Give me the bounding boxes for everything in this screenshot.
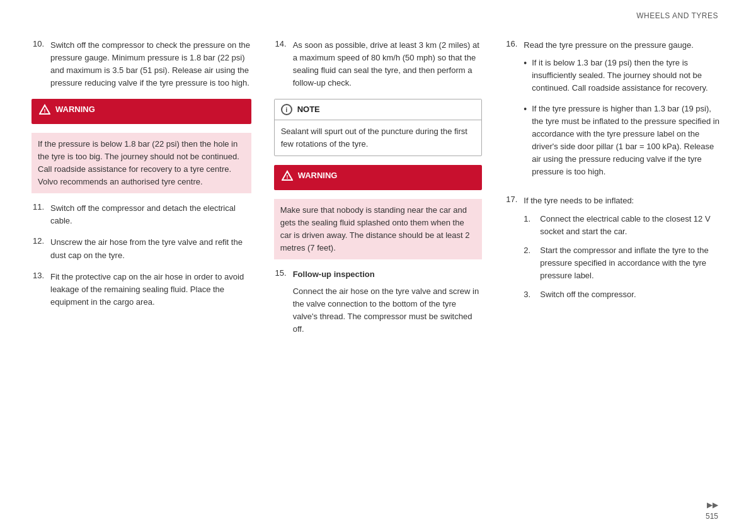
- page-header: WHEELS AND TYRES: [0, 0, 756, 26]
- sub-item-17-2: 2. Start the compressor and inflate the …: [524, 244, 724, 282]
- page-footer: ▶▶ 515: [706, 501, 718, 521]
- sub-item-17-3: 3. Switch off the compressor.: [524, 288, 724, 301]
- follow-up-body: Connect the air hose on the tyre valve a…: [293, 285, 483, 336]
- page-number: 515: [706, 512, 718, 521]
- warning-header-box-2: ! WARNING: [274, 165, 483, 190]
- warning-icon-1: !: [39, 104, 50, 115]
- item-text-16: Read the tyre pressure on the pressure g…: [524, 39, 724, 186]
- warning-body-2: Make sure that nobody is standing near t…: [274, 199, 483, 260]
- item-number-17: 17.: [505, 195, 520, 307]
- column-2: 14. As soon as possible, drive at least …: [263, 39, 494, 495]
- item-text-15: Follow-up inspection Connect the air hos…: [293, 268, 483, 336]
- bullet-item-16-1: • If it is below 1.3 bar (19 psi) then t…: [524, 57, 724, 94]
- sub-text-17-3: Switch off the compressor.: [540, 288, 636, 301]
- item-text-17: If the tyre needs to be inflated: 1. Con…: [524, 195, 724, 307]
- warning-header-box-1: ! WARNING: [32, 99, 251, 124]
- item-text-13: Fit the protective cap on the air hose i…: [50, 271, 251, 308]
- sub-number-17-2: 2.: [524, 244, 536, 282]
- follow-up-title: Follow-up inspection: [293, 269, 375, 279]
- bullet-text-16-2: If the tyre pressure is higher than 1.3 …: [532, 103, 724, 179]
- list-item-16: 16. Read the tyre pressure on the pressu…: [505, 39, 724, 186]
- sub-number-17-3: 3.: [524, 288, 536, 301]
- list-item-12: 12. Unscrew the air hose from the tyre v…: [32, 236, 251, 261]
- bullet-list-16: • If it is below 1.3 bar (19 psi) then t…: [524, 57, 724, 178]
- list-item-13: 13. Fit the protective cap on the air ho…: [32, 271, 251, 308]
- item-number-16: 16.: [505, 39, 520, 186]
- bullet-item-16-2: • If the tyre pressure is higher than 1.…: [524, 103, 724, 179]
- sub-text-17-2: Start the compressor and inflate the tyr…: [540, 244, 724, 282]
- item-text-11: Switch off the compressor and detach the…: [50, 202, 251, 227]
- bullet-dot-2: •: [524, 103, 527, 116]
- sub-number-17-1: 1.: [524, 213, 536, 238]
- item-number-13: 13.: [32, 271, 47, 308]
- svg-text:!: !: [44, 108, 46, 114]
- list-item-11: 11. Switch off the compressor and detach…: [32, 202, 251, 227]
- note-body-1: Sealant will spurt out of the puncture d…: [275, 120, 482, 156]
- sub-item-17-1: 1. Connect the electrical cable to the c…: [524, 213, 724, 238]
- column-1: 10. Switch off the compressor to check t…: [32, 39, 263, 495]
- item-text-10: Switch off the compressor to check the p…: [50, 39, 251, 90]
- item-number-10: 10.: [32, 39, 47, 90]
- warning-title-1: ! WARNING: [39, 104, 244, 115]
- list-item-15: 15. Follow-up inspection Connect the air…: [274, 268, 483, 336]
- item-number-14: 14.: [274, 39, 289, 90]
- warning-body-1: If the pressure is below 1.8 bar (22 psi…: [32, 133, 251, 194]
- warning-title-2: ! WARNING: [282, 170, 475, 181]
- svg-text:!: !: [286, 174, 288, 180]
- item-number-12: 12.: [32, 236, 47, 261]
- warning-icon-2: !: [282, 170, 293, 181]
- page-content: 10. Switch off the compressor to check t…: [0, 26, 756, 508]
- footer-arrows: ▶▶: [707, 501, 718, 509]
- list-item-10: 10. Switch off the compressor to check t…: [32, 39, 251, 90]
- header-title: WHEELS AND TYRES: [636, 11, 718, 20]
- warning-box-1: ! WARNING If the pressure is below 1.8 b…: [32, 99, 251, 194]
- sub-text-17-1: Connect the electrical cable to the clos…: [540, 213, 724, 238]
- item-text-12: Unscrew the air hose from the tyre valve…: [50, 236, 251, 261]
- item-text-14: As soon as possible, drive at least 3 km…: [293, 39, 483, 90]
- note-title-1: NOTE: [297, 105, 320, 114]
- bullet-dot-1: •: [524, 57, 527, 71]
- list-item-14: 14. As soon as possible, drive at least …: [274, 39, 483, 90]
- note-icon-1: i: [281, 104, 292, 115]
- sub-list-17: 1. Connect the electrical cable to the c…: [524, 213, 724, 302]
- note-box-1: i NOTE Sealant will spurt out of the pun…: [274, 99, 483, 156]
- note-header-1: i NOTE: [275, 99, 482, 120]
- item-number-11: 11.: [32, 202, 47, 227]
- warning-box-2: ! WARNING Make sure that nobody is stand…: [274, 165, 483, 260]
- list-item-17: 17. If the tyre needs to be inflated: 1.…: [505, 195, 724, 307]
- bullet-text-16-1: If it is below 1.3 bar (19 psi) then the…: [532, 57, 724, 94]
- column-3: 16. Read the tyre pressure on the pressu…: [493, 39, 724, 495]
- item-number-15: 15.: [274, 268, 289, 336]
